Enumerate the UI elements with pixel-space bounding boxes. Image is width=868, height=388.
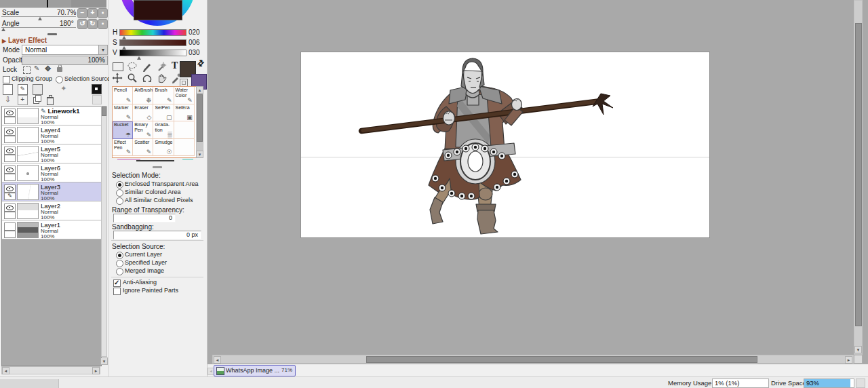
swap-colors-icon[interactable]: ⇄ [195, 57, 207, 69]
tool-cell-gradation[interactable]: Grada-tion▒ [153, 121, 174, 139]
tool-cell-scatter[interactable]: Scatter✎ [133, 139, 153, 157]
merge-down-icon[interactable]: + [18, 95, 28, 105]
zoom-out-button[interactable]: − [77, 8, 87, 18]
radio-similar-colored-area[interactable] [116, 189, 123, 197]
tool-cell-watercolor[interactable]: Water Color✎ [174, 87, 195, 104]
stroke-preview-teal[interactable] [182, 159, 193, 160]
grid-scroll-up-icon[interactable]: ▴ [196, 86, 203, 94]
hue-slider[interactable] [119, 29, 186, 36]
layer-list-corner-button[interactable]: ▾ [100, 357, 108, 365]
paint-target-box[interactable]: ✎ [4, 193, 16, 200]
angle-slider-thumb[interactable] [1, 28, 5, 31]
chevron-down-icon[interactable]: ▼ [98, 45, 107, 54]
delete-layer-icon[interactable] [45, 95, 54, 104]
paint-target-box[interactable] [4, 231, 16, 238]
tool-cell-selera[interactable]: SelEra▣ [174, 104, 195, 122]
lock-all-icon[interactable] [57, 67, 62, 72]
canvas-vscrollbar[interactable]: ▾ [854, 0, 863, 355]
layer-row-layer1-hidden[interactable]: Layer1 Normal 100% [2, 220, 101, 239]
lock-pencil-icon[interactable]: ✎ [34, 64, 39, 72]
move-tool[interactable] [112, 73, 123, 83]
layer-list-hscrollbar[interactable]: ◂ ▸ [1, 366, 100, 374]
tool-cell-eraser[interactable]: Eraser◇ [133, 104, 153, 122]
new-linework-layer-icon[interactable]: ✎ [18, 84, 28, 95]
tool-cell-effect-pen[interactable]: Effect Pen✎ [113, 139, 133, 157]
paint-target-box[interactable] [4, 136, 16, 143]
canvas-hscroll-thumb[interactable] [366, 356, 757, 363]
lasso-tool[interactable] [127, 61, 138, 72]
hscroll-left-arrow-icon[interactable]: ◂ [214, 356, 221, 364]
scale-slider-thumb[interactable] [38, 17, 42, 20]
lock-move-icon[interactable]: ✥ [45, 64, 51, 73]
angle-slider-track[interactable] [1, 27, 76, 28]
magic-wand-tool[interactable] [156, 61, 167, 72]
hscroll-right-arrow-icon[interactable]: ▸ [845, 356, 852, 364]
scroll-left-arrow-icon[interactable]: ◂ [2, 367, 9, 374]
text-tool[interactable]: T [172, 60, 178, 71]
sandbagging-input[interactable]: 0 px [113, 231, 201, 239]
color-swatch-square[interactable] [134, 0, 182, 20]
paint-target-box[interactable] [4, 212, 16, 219]
layer-row-linework1[interactable]: ✎ Linework1 Normal 100% [2, 106, 101, 125]
ignore-painted-checkbox[interactable] [113, 288, 121, 295]
document-tab-active[interactable]: WhatsApp Image ... 71% [214, 365, 296, 376]
canvas-hscrollbar[interactable]: ◂ ▸ [212, 355, 854, 364]
stroke-preview-dark[interactable] [136, 160, 174, 161]
tool-cell-selpen[interactable]: SelPen▢ [153, 104, 174, 122]
hand-tool[interactable] [156, 73, 167, 83]
layer-row-layer2[interactable]: Layer2 Normal 100% [2, 201, 101, 220]
panel-grip[interactable] [47, 33, 57, 35]
lock-opacity-icon[interactable] [23, 66, 31, 74]
rotate-reset-button[interactable]: ▪ [98, 19, 108, 29]
clipping-group-checkbox[interactable] [3, 76, 10, 83]
visibility-toggle[interactable] [4, 185, 16, 193]
tool-cell-bucket-selected[interactable]: Bucket☂ [113, 121, 133, 139]
tool-cell-binary-pen[interactable]: Binary Pen✎ [133, 121, 153, 139]
value-slider-thumb[interactable] [137, 56, 141, 60]
rotate-ccw-button[interactable]: ↺ [77, 19, 87, 29]
layer-row-layer4[interactable]: Layer4 Normal 100% [2, 125, 101, 144]
visibility-toggle[interactable] [4, 109, 16, 117]
tool-cell-smudge[interactable]: Smudge☉ [153, 139, 174, 157]
tool-cell-empty-1[interactable] [174, 121, 195, 139]
layer-list-vscroll-thumb[interactable] [102, 106, 106, 116]
vscroll-down-arrow-icon[interactable]: ▾ [854, 346, 862, 353]
tool-cell-marker[interactable]: Marker✎ [113, 104, 133, 122]
zoom-reset-button[interactable]: ▪ [98, 8, 108, 18]
paint-target-box[interactable] [4, 155, 16, 162]
anti-aliasing-checkbox[interactable] [113, 279, 121, 287]
range-of-transparency-input[interactable]: 0 [113, 214, 176, 222]
panel-grip[interactable] [153, 166, 162, 168]
blend-mode-dropdown[interactable]: Normal ▼ [22, 45, 108, 55]
saturation-slider[interactable] [119, 39, 186, 46]
visibility-toggle[interactable] [4, 222, 16, 231]
radio-enclosed-transparent[interactable] [116, 181, 123, 189]
selection-rect-tool[interactable] [113, 62, 123, 71]
transfer-down-icon[interactable]: ⇩ [3, 95, 13, 105]
layer-row-layer5[interactable]: Layer5 Normal 100% [2, 144, 101, 163]
tool-cell-brush[interactable]: Brush✎ [153, 87, 174, 104]
rotate-canvas-tool[interactable] [142, 73, 153, 83]
grid-scroll-down-icon[interactable]: ▾ [196, 151, 203, 158]
tool-cell-empty-2[interactable] [174, 139, 195, 157]
new-layer-set-icon[interactable] [33, 84, 43, 95]
resize-grip[interactable] [856, 379, 865, 388]
value-slider[interactable] [119, 50, 186, 56]
radio-current-layer[interactable] [116, 252, 123, 259]
tool-cell-airbrush[interactable]: AirBrush❉ [133, 87, 153, 104]
radio-merged-image[interactable] [116, 268, 123, 275]
zoom-tool[interactable] [127, 73, 138, 83]
visibility-toggle[interactable] [4, 128, 16, 136]
tool-cell-pencil[interactable]: Pencil✎ [113, 87, 133, 104]
paint-target-box[interactable] [4, 117, 16, 124]
layer-effect-header[interactable]: ▶ Layer Effect [2, 37, 47, 44]
tool-grid-scrollbar[interactable]: ▴ ▾ [196, 86, 203, 158]
canvas-viewport[interactable]: ▾ ◂ ▸ [208, 0, 868, 364]
visibility-toggle[interactable] [4, 166, 16, 174]
zoom-in-button[interactable]: + [87, 8, 98, 18]
layer-mask-icon[interactable] [92, 95, 102, 104]
navigator-preview[interactable] [0, 0, 106, 8]
visibility-toggle[interactable] [4, 203, 16, 212]
canvas-vscroll-thumb[interactable] [855, 23, 862, 326]
selection-preview-swatch[interactable] [92, 84, 102, 94]
